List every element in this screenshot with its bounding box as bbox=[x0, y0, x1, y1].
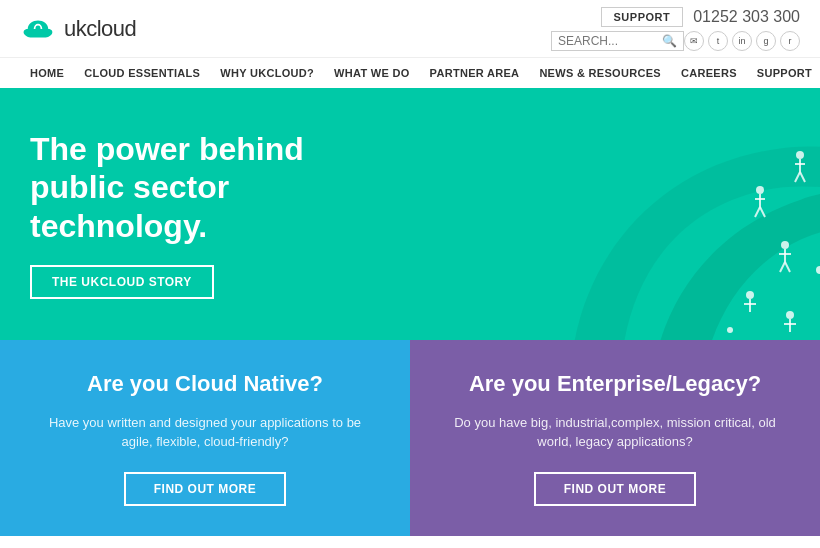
nav-item-partner-area[interactable]: PARTNER AREA bbox=[420, 58, 530, 88]
email-icon[interactable]: ✉ bbox=[684, 31, 704, 51]
nav-item-careers[interactable]: CAREERS bbox=[671, 58, 747, 88]
hero-title: The power behind public sector technolog… bbox=[30, 130, 390, 245]
hero-section: The power behind public sector technolog… bbox=[0, 90, 820, 340]
svg-point-26 bbox=[816, 266, 820, 274]
card-cloud-native-desc: Have you written and designed your appli… bbox=[40, 413, 370, 452]
svg-point-27 bbox=[727, 327, 733, 333]
card-cloud-native-title: Are you Cloud Native? bbox=[40, 370, 370, 399]
support-button[interactable]: SUPPORT bbox=[601, 7, 684, 27]
nav-item-home[interactable]: HOME bbox=[20, 58, 74, 88]
search-row: 🔍 ✉ t in g r bbox=[551, 31, 800, 51]
svg-line-19 bbox=[785, 262, 790, 272]
phone-number: 01252 303 300 bbox=[693, 8, 800, 26]
header: ukcloud SUPPORT 01252 303 300 🔍 ✉ t in g… bbox=[0, 0, 820, 58]
logo-text: ukcloud bbox=[64, 16, 136, 42]
search-box[interactable]: 🔍 bbox=[551, 31, 684, 51]
card-cloud-native-button[interactable]: FIND OUT MORE bbox=[124, 472, 287, 506]
nav-item-support[interactable]: SUPPORT bbox=[747, 58, 820, 88]
card-enterprise-desc: Do you have big, industrial,complex, mis… bbox=[450, 413, 780, 452]
logo[interactable]: ukcloud bbox=[20, 16, 136, 42]
nav-item-news-resources[interactable]: NEWS & RESOURCES bbox=[529, 58, 671, 88]
card-enterprise-button[interactable]: FIND OUT MORE bbox=[534, 472, 697, 506]
search-icon: 🔍 bbox=[662, 34, 677, 48]
card-enterprise-title: Are you Enterprise/Legacy? bbox=[450, 370, 780, 399]
googleplus-icon[interactable]: g bbox=[756, 31, 776, 51]
nav-item-why-ukcloud[interactable]: WHY UKCLOUD? bbox=[210, 58, 324, 88]
search-input[interactable] bbox=[558, 34, 658, 48]
ukcloud-logo-icon bbox=[20, 17, 56, 41]
header-top-row: SUPPORT 01252 303 300 bbox=[601, 7, 800, 27]
main-nav: HOME CLOUD ESSENTIALS WHY UKCLOUD? WHAT … bbox=[0, 58, 820, 90]
nav-item-what-we-do[interactable]: WHAT WE DO bbox=[324, 58, 420, 88]
card-enterprise: Are you Enterprise/Legacy? Do you have b… bbox=[410, 340, 820, 536]
svg-line-18 bbox=[780, 262, 785, 272]
social-icons: ✉ t in g r bbox=[684, 31, 800, 51]
header-right: SUPPORT 01252 303 300 🔍 ✉ t in g r bbox=[551, 7, 800, 51]
hero-text: The power behind public sector technolog… bbox=[30, 130, 390, 299]
svg-point-23 bbox=[786, 311, 794, 319]
rss-icon[interactable]: r bbox=[780, 31, 800, 51]
svg-line-8 bbox=[755, 207, 760, 217]
svg-line-9 bbox=[760, 207, 765, 217]
linkedin-icon[interactable]: in bbox=[732, 31, 752, 51]
svg-point-15 bbox=[781, 241, 789, 249]
card-cloud-native: Are you Cloud Native? Have you written a… bbox=[0, 340, 410, 536]
cards-section: Are you Cloud Native? Have you written a… bbox=[0, 340, 820, 536]
hero-cta-button[interactable]: THE UKCLOUD STORY bbox=[30, 265, 214, 299]
hero-decoration bbox=[490, 90, 820, 340]
svg-point-0 bbox=[796, 151, 804, 159]
svg-point-20 bbox=[746, 291, 754, 299]
nav-item-cloud-essentials[interactable]: CLOUD ESSENTIALS bbox=[74, 58, 210, 88]
twitter-icon[interactable]: t bbox=[708, 31, 728, 51]
svg-point-5 bbox=[756, 186, 764, 194]
